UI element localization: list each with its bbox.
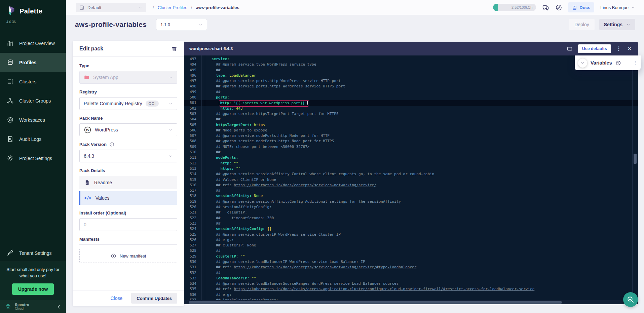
sidebar-item-project-settings[interactable]: Project Settings [0, 149, 66, 168]
code-line[interactable]: 529 clusterIP: "" [184, 254, 638, 259]
horizontal-scrollbar[interactable] [184, 300, 638, 304]
help-icon[interactable] [615, 60, 621, 66]
code-line[interactable]: 497 ## @param service.ports.http WordPre… [184, 78, 638, 84]
type-select[interactable]: System App [79, 71, 177, 84]
variables-menu-kebab-icon[interactable]: ⋮ [633, 60, 637, 66]
variables-collapse-button[interactable] [578, 58, 587, 68]
sidebar-item-cluster-groups[interactable]: Cluster Groups [0, 91, 66, 110]
code-line[interactable]: 494 ## @param service.type WordPress ser… [184, 62, 638, 67]
sidebar-item-tenant-settings[interactable]: Tenant Settings [0, 243, 66, 263]
sidebar-item-audit-logs[interactable]: Audit Logs [0, 129, 66, 149]
sidebar-item-workspaces[interactable]: Workspaces [0, 110, 66, 129]
code-line[interactable]: 524 sessionAffinityConfig: {} [184, 226, 638, 232]
type-value: System App [93, 75, 118, 80]
code-line[interactable]: 517 ## [184, 188, 638, 193]
line-number: 514 [184, 171, 201, 177]
code-line[interactable]: 503 ## @param service.httpsTargetPort Ta… [184, 111, 638, 117]
code-line[interactable]: 499 ## [184, 89, 638, 95]
code-line[interactable]: 510 ## [184, 150, 638, 155]
breadcrumb-separator: / [191, 5, 192, 10]
code-line[interactable]: 513 https: "" [184, 166, 638, 171]
vertical-scrollbar-thumb[interactable] [634, 154, 637, 164]
confirm-updates-button[interactable]: Confirm Updates [131, 293, 177, 304]
code-line[interactable]: 512 http: "" [184, 161, 638, 166]
code-line[interactable]: 508 ## @param service.nodePorts.https No… [184, 139, 638, 144]
docs-button[interactable]: Docs [568, 2, 594, 12]
page-title: aws-profile-variables [75, 21, 147, 29]
code-line[interactable]: 523 ## [184, 221, 638, 226]
code-line[interactable]: 514 ## @param service.sessionAffinity Co… [184, 171, 638, 177]
code-line[interactable]: 518 sessionAffinity: None [184, 193, 638, 199]
code-line[interactable]: 531 ## ref: https://kubernetes.io/docs/c… [184, 265, 638, 270]
readme-doc-icon [84, 180, 90, 186]
sidebar-item-profiles[interactable]: Profiles [0, 53, 66, 72]
editor-menu-kebab-icon[interactable]: ⋮ [616, 46, 622, 52]
pack-version-select[interactable]: 6.4.3 [79, 150, 177, 162]
collapse-sidebar-button[interactable] [56, 304, 62, 309]
code-line[interactable]: 537 ## loadBalancerSourceRanges: [184, 298, 638, 300]
sidebar-nav: Project OverviewProfilesClustersCluster … [0, 34, 66, 168]
chat-button[interactable] [542, 4, 549, 11]
code-line[interactable]: 505 httpsTargetPort: https [184, 122, 638, 128]
values-tab[interactable]: </> Values [79, 191, 177, 205]
registry-select[interactable]: Palette Community Registry OCI [79, 97, 177, 110]
pack-name-select[interactable]: W WordPress [79, 123, 177, 136]
info-icon[interactable] [109, 142, 114, 147]
code-line[interactable]: 536 ## e.g: [184, 292, 638, 298]
profile-version-select[interactable]: 1.1.0 [156, 19, 207, 30]
edit-pack-header: Edit pack [73, 41, 184, 57]
code-line[interactable]: 495 ## [184, 68, 638, 73]
code-line[interactable]: 501 http: '{{.spectro.var.wordpress_port… [184, 100, 638, 106]
code-line[interactable]: 507 ## @param service.nodePorts.http Nod… [184, 133, 638, 139]
code-line[interactable]: 520 ## sessionAffinityConfig: [184, 204, 638, 210]
project-selector[interactable]: Default [76, 3, 146, 12]
readme-tab[interactable]: Readme [79, 176, 177, 189]
code-line[interactable]: 515 ## Values: ClientIP or None [184, 177, 638, 183]
code-line[interactable]: 521 ## clientIP: [184, 210, 638, 215]
code-line[interactable]: 525 ## @param service.clusterIP WordPres… [184, 232, 638, 237]
code-line[interactable]: 511 nodePorts: [184, 155, 638, 160]
use-defaults-button[interactable]: Use defaults [578, 44, 611, 53]
code-line[interactable]: 533 loadBalancerIP: "" [184, 276, 638, 281]
close-button[interactable]: Close [110, 296, 122, 301]
code-line[interactable]: 493service: [184, 56, 638, 62]
sidebar-item-project-overview[interactable]: Project Overview [0, 34, 66, 53]
code-line[interactable]: 530 ## @param service.loadBalancerIP Wor… [184, 259, 638, 265]
code-line[interactable]: 535 ## ref: https://kubernetes.io/docs/t… [184, 286, 638, 292]
horizontal-scrollbar-thumb[interactable] [189, 301, 562, 304]
code-line[interactable]: 496 type: LoadBalancer [184, 73, 638, 78]
editor-close-icon[interactable]: × [627, 46, 633, 52]
code-line[interactable]: 527 ## clusterIP: None [184, 243, 638, 248]
breadcrumb-cluster-profiles[interactable]: Cluster Profiles [158, 5, 187, 10]
upgrade-now-button[interactable]: Upgrade now [12, 283, 54, 295]
code-line[interactable]: 528 ## [184, 248, 638, 253]
network-icon [7, 97, 14, 104]
code-line[interactable]: 519 ## @param service.sessionAffinityCon… [184, 199, 638, 204]
code-line[interactable]: 500 ports: [184, 95, 638, 100]
split-view-icon[interactable] [567, 46, 573, 52]
code-line[interactable]: 506 ## Node ports to expose [184, 128, 638, 133]
code-line[interactable]: 498 ## @param service.ports.https WordPr… [184, 84, 638, 89]
chevron-down-icon [168, 154, 173, 158]
deploy-button[interactable]: Deploy [569, 19, 595, 30]
code-line[interactable]: 502 https: 443 [184, 106, 638, 111]
code-line[interactable]: 532 ## [184, 270, 638, 276]
code-line[interactable]: 526 ## e.g.: [184, 237, 638, 243]
line-number: 519 [184, 199, 201, 204]
vertical-scrollbar[interactable] [632, 55, 633, 300]
sidebar-item-clusters[interactable]: Clusters [0, 72, 66, 91]
settings-button[interactable]: Settings [599, 19, 635, 30]
install-order-input[interactable] [79, 218, 177, 231]
code-line[interactable]: 504 ## [184, 117, 638, 122]
compass-button[interactable] [555, 4, 562, 11]
line-number: 520 [184, 204, 201, 210]
support-search-fab[interactable] [623, 292, 638, 307]
new-manifest-button[interactable]: New manifest [79, 249, 177, 263]
code-line[interactable]: 534 ## @param service.loadBalancerSource… [184, 281, 638, 286]
user-menu[interactable]: Linus Bourque [600, 5, 635, 10]
code-area: 493service:494 ## @param service.type Wo… [184, 55, 638, 300]
code-line[interactable]: 509 ## NOTE: choose port between <30000-… [184, 144, 638, 150]
code-line[interactable]: 516 ## ref: https://kubernetes.io/docs/c… [184, 183, 638, 188]
trash-icon[interactable] [171, 46, 177, 52]
code-line[interactable]: 522 ## timeoutSeconds: 300 [184, 216, 638, 221]
